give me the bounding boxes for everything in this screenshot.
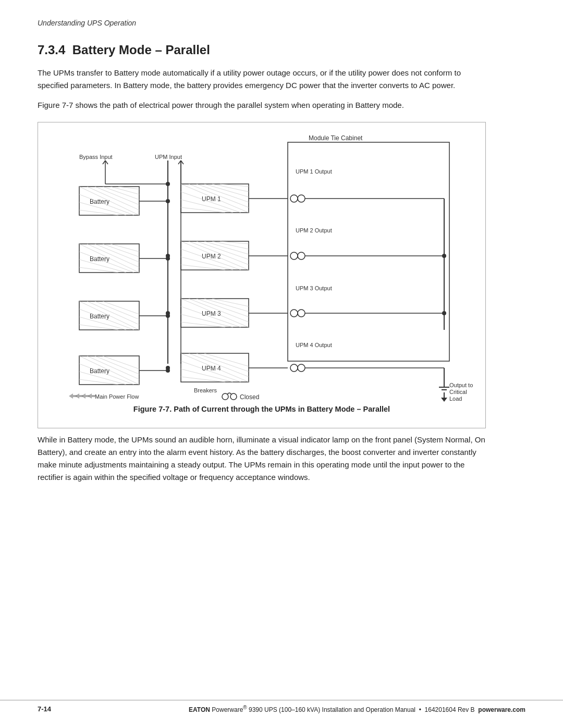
svg-point-117 (298, 364, 305, 372)
svg-line-83 (181, 306, 241, 327)
svg-line-56 (181, 265, 225, 270)
svg-point-116 (290, 364, 298, 372)
svg-point-45 (166, 199, 170, 203)
svg-line-48 (181, 241, 249, 270)
svg-line-101 (79, 325, 118, 330)
svg-line-125 (79, 364, 134, 385)
svg-text:UPM Input: UPM Input (155, 154, 182, 160)
svg-line-18 (181, 184, 249, 213)
svg-text:Load: Load (449, 396, 462, 402)
svg-line-39 (111, 187, 139, 194)
svg-line-54 (181, 249, 241, 270)
svg-point-30 (298, 195, 305, 202)
figure-caption: Figure 7-7. Path of Current through the … (44, 405, 479, 413)
svg-text:Battery: Battery (90, 255, 109, 263)
svg-line-127 (79, 379, 118, 385)
svg-point-103 (166, 314, 170, 318)
svg-line-85 (181, 322, 225, 327)
svg-point-60 (290, 252, 298, 260)
svg-point-8 (166, 182, 170, 186)
svg-line-41 (79, 194, 134, 215)
svg-line-110 (181, 361, 241, 382)
svg-text:Critical: Critical (449, 389, 467, 395)
diagram-svg: Module Tie Cabinet Bypass Input UPM Inpu… (48, 132, 475, 403)
module-tie-cabinet-label: Module Tie Cabinet (309, 134, 363, 142)
paragraph1: The UPMs transfer to Battery mode automa… (38, 67, 486, 92)
svg-text:UPM 4 Output: UPM 4 Output (296, 342, 332, 348)
svg-point-92 (442, 311, 446, 315)
svg-rect-0 (288, 142, 449, 361)
footer: 7-14 EATON Powerware® 9390 UPS (100–160 … (0, 700, 563, 713)
svg-text:Battery: Battery (90, 198, 109, 205)
svg-text:Main Power Flow: Main Power Flow (95, 393, 139, 400)
svg-point-89 (290, 310, 298, 317)
svg-text:Battery: Battery (90, 313, 109, 320)
svg-point-129 (166, 368, 170, 373)
svg-text:UPM 4: UPM 4 (202, 365, 221, 372)
svg-text:Battery: Battery (90, 367, 109, 375)
svg-point-63 (442, 254, 446, 258)
figure-container: Module Tie Cabinet Bypass Input UPM Inpu… (38, 122, 486, 428)
paragraph3: While in Battery mode, the UPMs sound an… (38, 434, 486, 484)
paragraph2: Figure 7-7 shows the path of electrical … (38, 99, 486, 112)
svg-point-75 (166, 256, 170, 261)
svg-line-78 (181, 299, 249, 327)
svg-point-61 (298, 252, 305, 260)
footer-page: 7-14 (38, 705, 51, 713)
svg-text:UPM 3: UPM 3 (202, 310, 221, 317)
svg-text:Closed: Closed (240, 393, 259, 401)
footer-center: EATON Powerware® 9390 UPS (100–160 kVA) … (189, 705, 525, 713)
svg-text:UPM 1: UPM 1 (202, 195, 221, 203)
svg-line-106 (181, 353, 249, 382)
svg-text:UPM 3 Output: UPM 3 Output (296, 285, 332, 291)
svg-text:UPM 1 Output: UPM 1 Output (296, 168, 332, 175)
page-container: Understanding UPS Operation 7.3.4 Batter… (0, 0, 563, 728)
section-title: 7.3.4 Battery Mode – Parallel (38, 43, 525, 57)
svg-text:Breakers: Breakers (194, 387, 217, 393)
svg-marker-135 (441, 398, 447, 402)
breadcrumb: Understanding UPS Operation (38, 19, 525, 27)
svg-point-29 (290, 195, 298, 202)
svg-line-43 (79, 210, 118, 215)
svg-text:UPM 2: UPM 2 (202, 253, 221, 260)
svg-line-24 (181, 192, 241, 213)
svg-text:Bypass Input: Bypass Input (79, 154, 113, 160)
svg-point-90 (298, 310, 305, 317)
svg-line-71 (79, 252, 134, 273)
svg-text:UPM 2 Output: UPM 2 Output (296, 227, 332, 233)
svg-line-112 (181, 377, 225, 382)
svg-text:Output to: Output to (449, 382, 473, 388)
svg-line-73 (79, 267, 118, 273)
svg-line-70 (111, 244, 139, 252)
svg-line-99 (79, 309, 134, 330)
svg-line-26 (181, 207, 225, 213)
